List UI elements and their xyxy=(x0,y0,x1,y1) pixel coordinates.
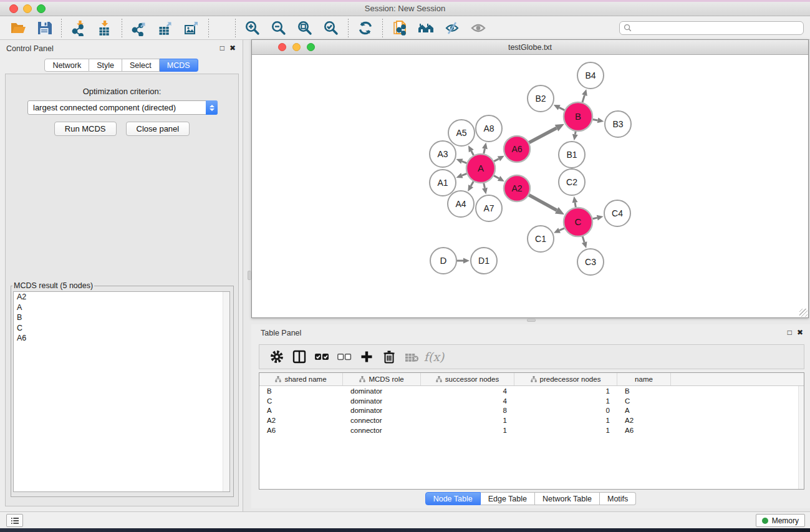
zoom-selected-button[interactable] xyxy=(321,19,342,37)
deselect-all-columns-button[interactable] xyxy=(333,347,355,367)
close-table-panel-icon[interactable]: ✖ xyxy=(797,328,803,337)
export-network-button[interactable] xyxy=(128,19,150,37)
toolbar-separator xyxy=(382,19,383,37)
zoom-in-button[interactable] xyxy=(242,19,263,37)
fx-icon: f(x) xyxy=(424,350,445,364)
hide-graphics-details-button[interactable] xyxy=(441,19,463,37)
houses-icon xyxy=(418,20,434,36)
close-panel-button[interactable]: Close panel xyxy=(126,122,190,136)
edge-C-C4 xyxy=(592,218,597,219)
select-stepper-icon xyxy=(206,100,218,115)
open-session-button[interactable] xyxy=(7,19,29,37)
tab-mcds[interactable]: MCDS xyxy=(160,59,198,72)
edge-C-C2 xyxy=(575,203,576,208)
edge-arrowhead xyxy=(572,134,578,141)
houses-button[interactable] xyxy=(415,19,436,37)
column-header-predecessor-nodes[interactable]: predecessor nodes xyxy=(514,373,617,385)
mcds-result-item[interactable]: A2 xyxy=(14,292,229,302)
import-network-button[interactable] xyxy=(68,19,89,37)
import-table-button[interactable] xyxy=(94,19,115,37)
list-icon xyxy=(10,516,20,526)
mcds-result-item[interactable]: A6 xyxy=(14,333,229,344)
table-row[interactable]: Cdominator41C xyxy=(259,396,804,406)
list-scrollbar[interactable] xyxy=(223,292,229,491)
column-header-shared-name[interactable]: shared name xyxy=(259,373,343,385)
export-image-button[interactable] xyxy=(181,19,202,37)
cell-name: A xyxy=(617,407,671,414)
mcds-result-groupbox: MCDS result (5 nodes) A2ABCA6 xyxy=(11,281,234,497)
control-panel-tabs: NetworkStyleSelectMCDS xyxy=(44,59,198,72)
search-input[interactable] xyxy=(634,24,799,32)
select-all-columns-button[interactable] xyxy=(311,347,333,367)
memory-button[interactable]: Memory xyxy=(756,514,805,527)
search-icon xyxy=(624,24,632,32)
show-hide-panel-icon xyxy=(470,20,486,36)
toolbar-icons xyxy=(5,19,491,37)
node-label-C1: C1 xyxy=(535,234,546,244)
edge-C-C3 xyxy=(582,236,584,243)
table-scrollbar[interactable] xyxy=(798,386,804,489)
tab-select[interactable]: Select xyxy=(122,59,160,72)
node-label-C3: C3 xyxy=(585,257,596,267)
column-header-successor-nodes[interactable]: successor nodes xyxy=(421,373,514,385)
run-mcds-button[interactable]: Run MCDS xyxy=(54,122,117,136)
delete-table-button[interactable] xyxy=(400,347,423,367)
node-label-D: D xyxy=(440,255,447,266)
tab-edge-table[interactable]: Edge Table xyxy=(481,492,535,505)
task-history-button[interactable] xyxy=(6,514,23,527)
export-table-button[interactable] xyxy=(155,19,176,37)
float-panel-icon[interactable]: □ xyxy=(220,44,224,52)
edge-A-A1 xyxy=(462,173,467,175)
cell-predecessor-nodes: 1 xyxy=(514,427,617,434)
cell-successor-nodes: 8 xyxy=(421,407,514,414)
tab-style[interactable]: Style xyxy=(89,59,122,72)
tab-network-table[interactable]: Network Table xyxy=(535,492,600,505)
column-header-MCDS-role[interactable]: MCDS role xyxy=(343,373,421,385)
table-row[interactable]: A2connector11A2 xyxy=(259,415,804,425)
table-row[interactable]: A6connector11A6 xyxy=(259,425,804,435)
mcds-result-list[interactable]: A2ABCA6 xyxy=(13,291,230,492)
bottom-scrollbar-thumb[interactable] xyxy=(527,319,536,322)
edge-arrowhead xyxy=(597,215,604,221)
node-label-B: B xyxy=(575,111,581,122)
mcds-result-item[interactable]: C xyxy=(14,323,229,334)
network-window-titlebar[interactable]: testGlobe.txt xyxy=(252,40,808,55)
export-table-icon xyxy=(157,20,173,36)
table-row[interactable]: Adominator80A xyxy=(259,406,804,416)
cell-successor-nodes: 1 xyxy=(421,417,514,424)
table-row[interactable]: Bdominator41B xyxy=(259,386,804,396)
float-table-panel-icon[interactable]: □ xyxy=(788,328,792,337)
search-box[interactable] xyxy=(619,21,804,35)
zoom-out-button[interactable] xyxy=(268,19,289,37)
function-builder-button[interactable]: f(x) xyxy=(423,347,445,367)
left-scrollbar-thumb[interactable] xyxy=(248,271,251,280)
mcds-result-item[interactable]: B xyxy=(14,312,229,323)
table-settings-button[interactable] xyxy=(266,347,288,367)
zoom-fit-button[interactable] xyxy=(294,19,316,37)
cell-predecessor-nodes: 1 xyxy=(514,417,617,424)
column-header-name[interactable]: name xyxy=(617,373,671,385)
plus-icon xyxy=(359,349,374,364)
refresh-button[interactable] xyxy=(355,19,376,37)
tab-motifs[interactable]: Motifs xyxy=(600,492,636,505)
tab-network[interactable]: Network xyxy=(44,59,89,72)
create-column-button[interactable] xyxy=(355,347,378,367)
edge-arrowhead xyxy=(572,196,578,203)
column-layout-button[interactable] xyxy=(288,347,311,367)
show-hide-panel-button[interactable] xyxy=(468,19,489,37)
cell-name: A2 xyxy=(617,417,671,424)
close-panel-icon[interactable]: ✖ xyxy=(229,44,236,52)
network-from-file-button[interactable] xyxy=(389,19,410,37)
edge-C-C1 xyxy=(559,228,564,231)
window-resize-grip[interactable] xyxy=(799,309,808,317)
save-session-button[interactable] xyxy=(34,19,55,37)
network-canvas[interactable]: B4B2BB3A8A5A6A3B1AC2A1A2A4A7C4CC1DD1C3 xyxy=(252,55,808,317)
cell-shared-name: A6 xyxy=(259,427,343,434)
cell-shared-name: A2 xyxy=(259,417,343,424)
tab-node-table[interactable]: Node Table xyxy=(425,492,481,505)
criterion-select[interactable]: largest connected component (directed) xyxy=(27,100,218,115)
node-label-A: A xyxy=(478,163,484,173)
delete-column-button[interactable] xyxy=(378,347,400,367)
cell-MCDS-role: dominator xyxy=(343,407,421,414)
mcds-result-item[interactable]: A xyxy=(14,302,229,313)
